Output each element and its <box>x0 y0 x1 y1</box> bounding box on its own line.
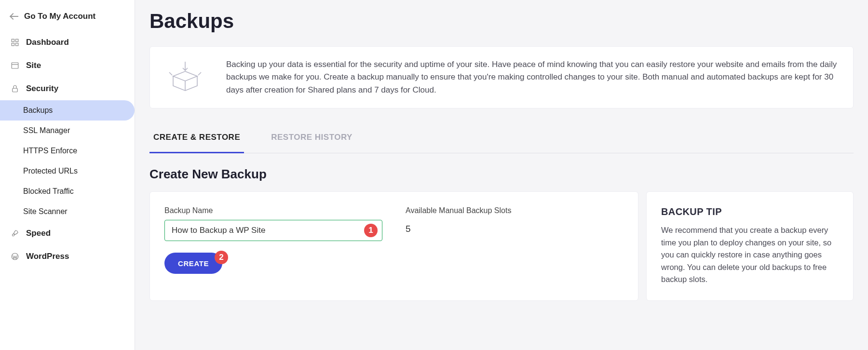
grid-icon <box>11 38 19 47</box>
sidebar-item-label: Speed <box>26 229 51 238</box>
page-title: Backups <box>149 10 854 33</box>
sidebar-item-dashboard[interactable]: Dashboard <box>0 31 135 54</box>
sidebar-subitem-ssl-manager[interactable]: SSL Manager <box>0 121 135 141</box>
svg-rect-1 <box>16 39 18 41</box>
tip-title: BACKUP TIP <box>661 206 839 217</box>
intro-text: Backing up your data is essential for th… <box>226 58 840 96</box>
sidebar-item-site[interactable]: Site <box>0 54 135 77</box>
svg-marker-9 <box>173 71 197 81</box>
svg-rect-4 <box>12 63 18 68</box>
sidebar: Go To My Account Dashboard Site Security… <box>0 0 135 350</box>
sidebar-item-label: Site <box>26 61 41 70</box>
sidebar-item-wordpress[interactable]: WordPress <box>0 245 135 268</box>
svg-rect-6 <box>13 88 18 92</box>
intro-card: Backing up your data is essential for th… <box>149 46 854 108</box>
slots-label: Available Manual Backup Slots <box>406 206 624 215</box>
sidebar-subitem-backups[interactable]: Backups <box>0 100 135 121</box>
wordpress-icon <box>11 252 19 261</box>
create-panel: Backup Name 1 CREATE 2 Available Manual … <box>149 191 638 301</box>
backup-name-label: Backup Name <box>164 206 382 215</box>
annotation-badge-2: 2 <box>215 251 228 264</box>
sidebar-item-label: Dashboard <box>26 38 69 47</box>
arrow-left-icon <box>11 16 18 17</box>
browser-icon <box>11 61 19 70</box>
sidebar-item-security[interactable]: Security <box>0 77 135 100</box>
account-link-label: Go To My Account <box>24 12 95 21</box>
tip-text: We recommend that you create a backup ev… <box>661 224 839 286</box>
tip-panel: BACKUP TIP We recommend that you create … <box>646 191 854 301</box>
slots-value: 5 <box>406 220 624 234</box>
sidebar-item-label: Security <box>26 84 58 94</box>
backup-box-icon <box>163 61 207 94</box>
svg-rect-0 <box>12 39 14 41</box>
backup-name-input[interactable] <box>164 220 382 241</box>
rocket-icon <box>11 229 19 238</box>
sidebar-subitem-site-scanner[interactable]: Site Scanner <box>0 202 135 222</box>
sidebar-subitem-protected-urls[interactable]: Protected URLs <box>0 161 135 181</box>
tabs: CREATE & RESTORE RESTORE HISTORY <box>149 122 854 153</box>
tab-restore-history[interactable]: RESTORE HISTORY <box>267 122 356 153</box>
sidebar-item-label: WordPress <box>26 252 69 261</box>
create-button[interactable]: CREATE <box>164 253 222 274</box>
annotation-badge-1: 1 <box>364 224 378 237</box>
section-title: Create New Backup <box>149 167 854 182</box>
main-content: Backups Backing up your data is essentia… <box>135 0 868 350</box>
sidebar-subitem-https-enforce[interactable]: HTTPS Enforce <box>0 141 135 161</box>
svg-rect-3 <box>16 43 18 46</box>
sidebar-subitem-blocked-traffic[interactable]: Blocked Traffic <box>0 181 135 202</box>
tab-create-restore[interactable]: CREATE & RESTORE <box>149 122 244 153</box>
account-link[interactable]: Go To My Account <box>0 9 135 31</box>
sidebar-item-speed[interactable]: Speed <box>0 222 135 245</box>
svg-rect-2 <box>12 43 14 46</box>
lock-icon <box>11 84 19 93</box>
